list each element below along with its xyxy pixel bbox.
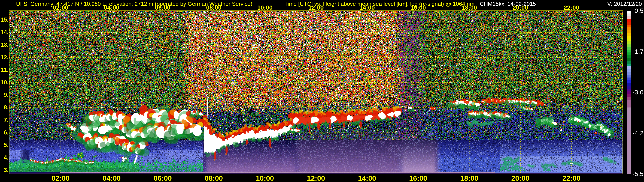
y-tick-label: 6.	[0, 129, 8, 136]
x-tick-label-top: 22:00	[564, 4, 579, 11]
x-tick-label-bottom: 04:00	[102, 174, 121, 182]
y-tick-label: 4.	[0, 154, 8, 161]
y-tick-label: 13.	[0, 42, 8, 48]
x-tick-label-top: 04:00	[104, 4, 119, 11]
y-tick-label: 15.	[0, 16, 8, 23]
colorbar-tick-label: -5.50	[632, 170, 644, 178]
y-tick-label: 8.	[0, 104, 8, 111]
colorbar-tick-label: -4.25	[632, 130, 644, 137]
y-tick-label: 3.	[0, 167, 8, 174]
x-tick-label-bottom: 12:00	[307, 174, 325, 182]
x-tick-label-bottom: 20:00	[511, 174, 529, 182]
x-tick-label-bottom: 14:00	[358, 174, 376, 182]
x-tick-label-bottom: 02:00	[52, 174, 70, 182]
y-tick-label: 12.	[0, 54, 8, 61]
colorbar-tick-label: -1.75	[632, 48, 644, 55]
plot-canvas	[0, 0, 644, 182]
x-tick-label-bottom: 10:00	[256, 174, 274, 182]
x-tick-label-bottom: 08:00	[205, 174, 223, 182]
x-tick-label-top: 06:00	[155, 4, 170, 11]
y-tick-label: 9.	[0, 92, 8, 98]
y-tick-label: 5.	[0, 142, 8, 148]
y-tick-label: 7.	[0, 117, 8, 123]
version-text: V: 2012/12/20	[607, 1, 642, 7]
x-tick-label-top: 20:00	[512, 4, 528, 11]
x-tick-label-top: 12:00	[308, 4, 324, 11]
x-tick-label-bottom: 06:00	[154, 174, 172, 182]
x-tick-label-bottom: 18:00	[460, 174, 478, 182]
colorbar-tick-label: -0.50	[632, 7, 644, 14]
x-tick-label-bottom: 16:00	[409, 174, 427, 182]
ceilometer-quicklook-screen: UFS, Germany; 47.417 N / 10.980 E; eleva…	[0, 0, 644, 182]
x-tick-label-top: 18:00	[462, 4, 477, 11]
colorbar-tick-label: -3.00	[632, 89, 644, 96]
x-tick-label-top: 16:00	[410, 4, 426, 11]
y-tick-label: 10.	[0, 79, 8, 86]
x-tick-label-bottom: 22:00	[562, 174, 580, 182]
x-tick-label-top: 10:00	[257, 4, 273, 11]
x-tick-label-top: 14:00	[359, 4, 375, 11]
y-tick-label: 14.	[0, 29, 8, 36]
y-tick-label: 11.	[0, 67, 8, 73]
x-tick-label-top: 02:00	[53, 4, 68, 11]
x-tick-label-top: 08:00	[206, 4, 222, 11]
